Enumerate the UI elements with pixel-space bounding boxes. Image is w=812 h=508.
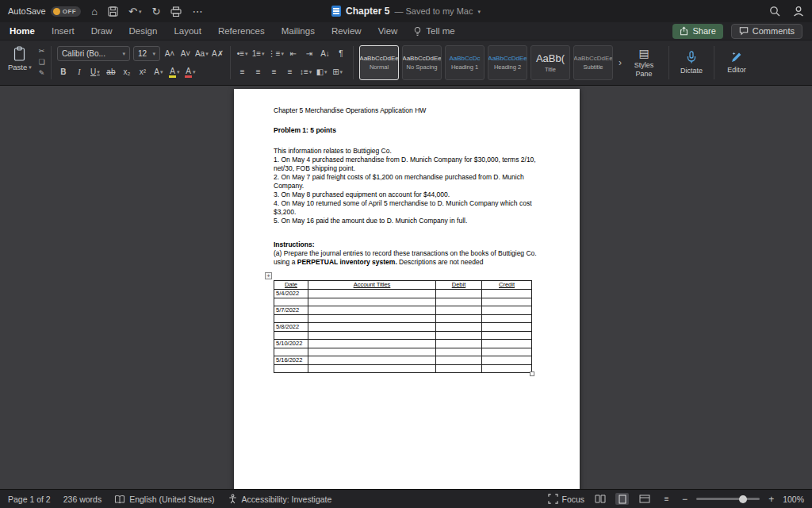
table-cell[interactable]: [308, 290, 436, 298]
table-cell[interactable]: [274, 315, 308, 323]
shading-button[interactable]: ◧▾: [316, 65, 328, 79]
redo-button[interactable]: ↻: [151, 6, 160, 17]
table-cell[interactable]: [436, 332, 482, 340]
account-icon[interactable]: [793, 6, 804, 17]
italic-button[interactable]: I: [73, 65, 86, 79]
show-paragraph-marks-button[interactable]: ¶: [335, 47, 347, 60]
paste-button[interactable]: Paste▾: [5, 44, 35, 73]
table-cell[interactable]: [274, 298, 308, 306]
increase-indent-button[interactable]: ⇥: [303, 47, 316, 60]
clear-formatting-button[interactable]: A✗: [212, 47, 224, 60]
table-cell[interactable]: 5/10/2022: [274, 340, 308, 348]
table-cell[interactable]: 5/16/2022: [274, 356, 308, 365]
style-no-spacing[interactable]: AaBbCcDdEeNo Spacing: [402, 45, 442, 80]
subscript-button[interactable]: x₂: [121, 65, 133, 79]
superscript-button[interactable]: x²: [136, 65, 149, 79]
align-center-button[interactable]: ≡: [252, 65, 265, 79]
accessibility-status[interactable]: Accessibility: Investigate: [228, 494, 332, 504]
document-page[interactable]: Chapter 5 Merchandise Operations Applica…: [234, 89, 580, 489]
focus-button[interactable]: Focus: [548, 494, 585, 504]
print-icon[interactable]: [170, 6, 182, 17]
style-normal[interactable]: AaBbCcDdEeNormal: [359, 45, 399, 80]
tab-layout[interactable]: Layout: [174, 26, 201, 36]
table-cell[interactable]: [482, 348, 532, 356]
table-move-handle[interactable]: +: [265, 272, 272, 279]
table-cell[interactable]: [308, 306, 436, 315]
copy-icon[interactable]: ❏: [39, 58, 45, 66]
table-cell[interactable]: [436, 290, 482, 298]
table-cell[interactable]: [308, 315, 436, 323]
draft-view-button[interactable]: ≡: [660, 493, 673, 505]
table-cell[interactable]: [482, 323, 532, 332]
shrink-font-button[interactable]: A˅: [179, 47, 192, 60]
font-name-select[interactable]: Calibri (Bo...▾: [57, 46, 130, 61]
table-cell[interactable]: [308, 298, 436, 306]
format-painter-icon[interactable]: ✎: [39, 69, 45, 77]
web-layout-button[interactable]: [638, 493, 651, 505]
table-cell[interactable]: [482, 356, 532, 365]
tab-draw[interactable]: Draw: [91, 26, 113, 36]
justify-button[interactable]: ≡: [284, 65, 297, 79]
borders-button[interactable]: ⊞▾: [331, 65, 344, 79]
read-mode-button[interactable]: [593, 493, 607, 505]
table-cell[interactable]: [308, 332, 436, 340]
multilevel-list-button[interactable]: ⋮≡▾: [268, 47, 284, 60]
tab-insert[interactable]: Insert: [52, 26, 75, 36]
chevron-down-icon[interactable]: ▾: [477, 9, 481, 14]
document-title[interactable]: Chapter 5: [346, 6, 389, 17]
table-cell[interactable]: [436, 323, 482, 332]
dictate-button[interactable]: Dictate: [675, 44, 708, 82]
journal-table[interactable]: DateAccount TitlesDebitCredit 5/4/20225/…: [274, 280, 532, 373]
table-cell[interactable]: [482, 365, 532, 373]
zoom-level[interactable]: 100%: [783, 495, 804, 504]
share-button[interactable]: Share: [672, 24, 722, 39]
language-indicator[interactable]: English (United States): [114, 495, 214, 504]
align-left-button[interactable]: ≡: [236, 65, 249, 79]
numbering-button[interactable]: 1≡▾: [252, 47, 265, 60]
undo-button[interactable]: ↶▾: [128, 6, 141, 17]
zoom-slider[interactable]: [696, 498, 760, 500]
table-cell[interactable]: [308, 356, 436, 365]
table-cell[interactable]: [436, 365, 482, 373]
cut-icon[interactable]: ✂: [39, 47, 45, 55]
table-cell[interactable]: [482, 340, 532, 348]
highlight-button[interactable]: A▾: [168, 65, 181, 79]
line-spacing-button[interactable]: ↕≡▾: [300, 65, 312, 79]
style-heading-1[interactable]: AaBbCcDcHeading 1: [445, 45, 485, 80]
zoom-slider-thumb[interactable]: [739, 495, 747, 503]
table-cell[interactable]: [436, 348, 482, 356]
table-cell[interactable]: [308, 323, 436, 332]
table-cell[interactable]: [274, 365, 308, 373]
table-cell[interactable]: [482, 290, 532, 298]
table-cell[interactable]: [436, 298, 482, 306]
tab-review[interactable]: Review: [331, 26, 362, 36]
table-cell[interactable]: [482, 332, 532, 340]
table-cell[interactable]: [308, 348, 436, 356]
styles-gallery-expand[interactable]: ›: [615, 57, 625, 68]
grow-font-button[interactable]: A˄: [163, 47, 176, 60]
tab-references[interactable]: References: [218, 26, 265, 36]
tab-mailings[interactable]: Mailings: [282, 26, 315, 36]
table-cell[interactable]: [308, 340, 436, 348]
text-effects-button[interactable]: A▾: [152, 65, 165, 79]
table-cell[interactable]: 5/4/2022: [274, 290, 308, 298]
save-icon[interactable]: [108, 6, 118, 17]
table-cell[interactable]: [482, 306, 532, 315]
table-cell[interactable]: [436, 356, 482, 365]
table-cell[interactable]: 5/8/2022: [274, 323, 308, 332]
style-heading-2[interactable]: AaBbCcDdEeHeading 2: [488, 45, 527, 80]
word-count[interactable]: 236 words: [63, 495, 102, 504]
table-cell[interactable]: 5/7/2022: [274, 306, 308, 315]
more-options-icon[interactable]: ⋯: [192, 6, 202, 17]
document-canvas[interactable]: Chapter 5 Merchandise Operations Applica…: [0, 86, 812, 489]
tell-me-button[interactable]: Tell me: [413, 26, 454, 37]
strikethrough-button[interactable]: ab: [105, 65, 117, 79]
page-indicator[interactable]: Page 1 of 2: [8, 495, 51, 504]
bold-button[interactable]: B: [57, 65, 70, 79]
style-subtitle[interactable]: AaBbCcDdEeSubtitle: [573, 45, 613, 80]
table-cell[interactable]: [436, 340, 482, 348]
font-color-button[interactable]: A▾: [184, 65, 197, 79]
zoom-in-button[interactable]: +: [768, 494, 774, 505]
table-cell[interactable]: [436, 306, 482, 315]
print-layout-button[interactable]: [615, 493, 629, 505]
